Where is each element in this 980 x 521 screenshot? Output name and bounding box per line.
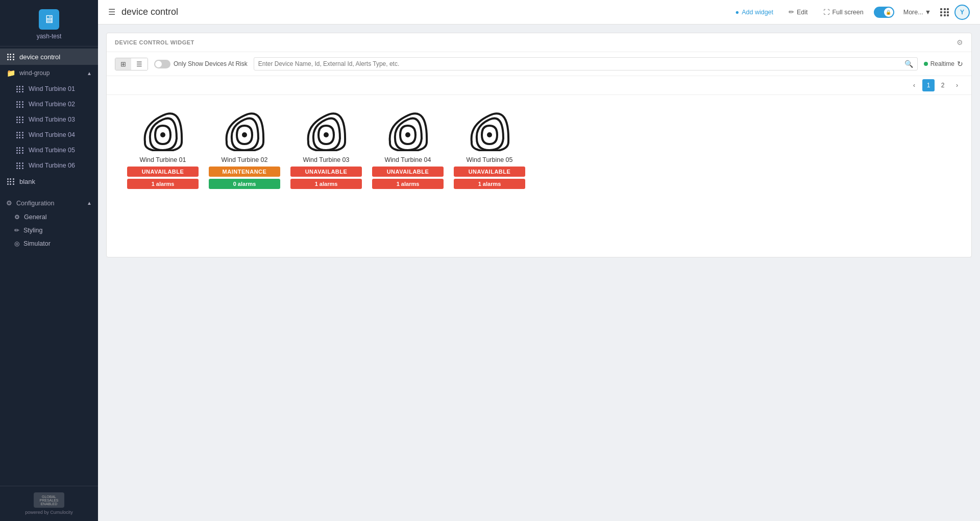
main-area: ☰ device control ● Add widget ✏ Edit ⛶ F…	[98, 0, 980, 521]
realtime-dot	[924, 62, 928, 66]
svg-point-1	[242, 132, 247, 137]
menu-icon[interactable]: ☰	[108, 7, 115, 17]
config-item-general[interactable]: ⚙General	[0, 210, 98, 224]
radio-wave-icon	[467, 110, 512, 151]
widget-header: DEVICE CONTROL WIDGET ⚙	[107, 33, 971, 52]
svg-point-0	[160, 132, 165, 137]
prev-page-button[interactable]: ‹	[908, 79, 920, 91]
lock-icon: 🔒	[884, 8, 893, 17]
logo-icon: 🖥	[39, 9, 59, 30]
chevron-down-icon: ▲	[87, 200, 92, 206]
device-card-3[interactable]: Wind Turbine 03 UNAVAILABLE 1 alarms	[290, 110, 362, 189]
pencil-icon: ✏	[789, 8, 794, 16]
turbine-grid-icon	[15, 115, 24, 124]
turbine-grid-icon	[15, 84, 24, 93]
only-risk-toggle: Only Show Devices At Risk	[154, 60, 248, 68]
card-view-button[interactable]: ⊞	[115, 58, 131, 70]
content-area: DEVICE CONTROL WIDGET ⚙ ⊞ ☰ Only Show De…	[98, 25, 980, 521]
configuration-label: Configuration	[16, 200, 54, 207]
radio-wave-icon	[140, 110, 186, 151]
folder-icon: 📁	[6, 68, 15, 78]
alarm-badge: 1 alarms	[372, 179, 444, 189]
sidebar-item-device-control[interactable]: device control	[0, 49, 98, 65]
device-name: Wind Turbine 03	[303, 156, 349, 163]
device-name: Wind Turbine 02	[221, 156, 267, 163]
radio-wave-icon	[385, 110, 431, 151]
page-title: device control	[121, 7, 724, 17]
radio-wave-icon	[222, 110, 267, 151]
settings-icon[interactable]: ⚙	[957, 38, 963, 46]
device-control-widget: DEVICE CONTROL WIDGET ⚙ ⊞ ☰ Only Show De…	[106, 33, 972, 257]
expand-icon: ⛶	[823, 9, 830, 16]
topbar-actions: ● Add widget ✏ Edit ⛶ Full screen 🔒 More…	[730, 5, 970, 20]
chevron-more-icon: ▼	[925, 9, 931, 16]
search-box: 🔍	[254, 57, 918, 70]
page-2-button[interactable]: 2	[937, 79, 949, 91]
device-card-2[interactable]: Wind Turbine 02 MAINTENANCE 0 alarms	[209, 110, 280, 189]
devices-grid: Wind Turbine 01 UNAVAILABLE 1 alarms Win…	[107, 95, 971, 204]
realtime-indicator: Realtime ↻	[924, 60, 963, 68]
toggle-knob	[155, 61, 162, 67]
page-1-button[interactable]: 1	[922, 79, 935, 91]
device-card-5[interactable]: Wind Turbine 05 UNAVAILABLE 1 alarms	[454, 110, 525, 189]
realtime-label: Realtime	[930, 60, 954, 67]
turbine-grid-icon	[15, 130, 24, 139]
view-toggle: ⊞ ☰	[115, 58, 148, 70]
device-card-1[interactable]: Wind Turbine 01 UNAVAILABLE 1 alarms	[127, 110, 199, 189]
alarm-badge: 1 alarms	[454, 179, 525, 189]
sidebar-logo: 🖥 yash-test	[0, 0, 98, 46]
wind-group-label: wind-group	[19, 69, 50, 77]
configuration-section: ⚙ Configuration ▲ ⚙General✏Styling◎Simul…	[0, 192, 98, 254]
cumulocity-badge: GLOBAL PRESALES ENABLED	[34, 492, 64, 508]
next-page-button[interactable]: ›	[951, 79, 963, 91]
config-icon: ⚙	[6, 199, 12, 207]
org-name: yash-test	[37, 33, 62, 40]
svg-point-4	[487, 132, 492, 137]
badge-text: GLOBAL PRESALES ENABLED	[35, 495, 63, 506]
svg-point-3	[405, 132, 410, 137]
config-item-styling[interactable]: ✏Styling	[0, 224, 98, 237]
chevron-up-icon: ▲	[87, 70, 92, 76]
sidebar-item-wind-turbine-06[interactable]: Wind Turbine 06	[0, 158, 98, 173]
risk-toggle-switch[interactable]	[154, 60, 170, 68]
powered-by-text: powered by Cumulocity	[25, 510, 73, 515]
config-item-simulator[interactable]: ◎Simulator	[0, 237, 98, 250]
search-input[interactable]	[258, 60, 901, 67]
more-button[interactable]: More... ▼	[899, 6, 935, 18]
edit-button[interactable]: ✏ Edit	[783, 6, 813, 18]
turbine-grid-icon	[15, 146, 24, 155]
alarm-badge: 0 alarms	[209, 179, 280, 189]
sidebar-footer: GLOBAL PRESALES ENABLED powered by Cumul…	[0, 486, 98, 521]
refresh-icon[interactable]: ↻	[957, 60, 963, 68]
main-nav: device control 📁 wind-group ▲ Wind Turbi…	[0, 46, 98, 192]
turbine-list: Wind Turbine 01 Wind Turbine 02 Wind Tur…	[0, 81, 98, 173]
sidebar-item-wind-turbine-01[interactable]: Wind Turbine 01	[0, 81, 98, 97]
user-avatar[interactable]: Y	[954, 5, 970, 20]
sidebar-item-blank[interactable]: blank	[0, 173, 98, 190]
apps-grid-icon[interactable]	[940, 8, 949, 16]
sidebar-item-wind-turbine-05[interactable]: Wind Turbine 05	[0, 143, 98, 158]
add-widget-button[interactable]: ● Add widget	[730, 6, 778, 18]
device-name: Wind Turbine 05	[466, 156, 512, 163]
status-badge: MAINTENANCE	[209, 167, 280, 177]
blank-label: blank	[19, 178, 35, 185]
sidebar-item-wind-turbine-03[interactable]: Wind Turbine 03	[0, 112, 98, 127]
grid-icon	[6, 52, 15, 61]
sidebar-item-wind-turbine-04[interactable]: Wind Turbine 04	[0, 127, 98, 143]
turbine-grid-icon	[15, 100, 24, 109]
sidebar-item-wind-turbine-02[interactable]: Wind Turbine 02	[0, 97, 98, 112]
only-risk-label: Only Show Devices At Risk	[174, 60, 248, 67]
lock-toggle[interactable]: 🔒	[874, 7, 894, 18]
list-view-button[interactable]: ☰	[131, 58, 148, 70]
search-icon: 🔍	[904, 60, 913, 68]
full-screen-button[interactable]: ⛶ Full screen	[818, 6, 869, 18]
alarm-badge: 1 alarms	[127, 179, 199, 189]
status-badge: UNAVAILABLE	[454, 167, 525, 177]
configuration-header[interactable]: ⚙ Configuration ▲	[0, 196, 98, 210]
sidebar-item-wind-group[interactable]: 📁 wind-group ▲	[0, 65, 98, 81]
topbar: ☰ device control ● Add widget ✏ Edit ⛶ F…	[98, 0, 980, 25]
svg-point-2	[324, 132, 329, 137]
device-card-4[interactable]: Wind Turbine 04 UNAVAILABLE 1 alarms	[372, 110, 444, 189]
status-badge: UNAVAILABLE	[290, 167, 362, 177]
radio-wave-icon	[303, 110, 349, 151]
